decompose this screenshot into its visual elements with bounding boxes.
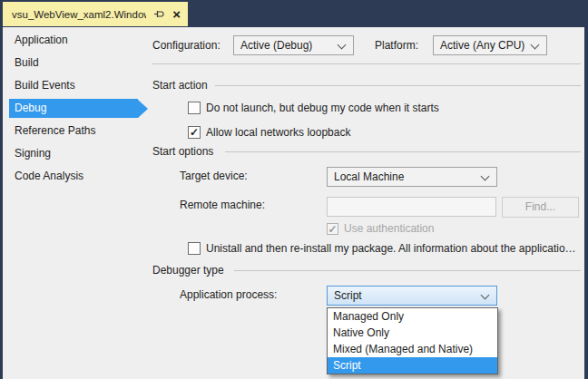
chevron-down-icon: [338, 41, 347, 50]
sidebar-item-signing[interactable]: Signing: [3, 142, 139, 165]
platform-dropdown[interactable]: Active (Any CPU): [433, 35, 547, 55]
debugger-type-group-title: Debugger type: [152, 264, 224, 277]
sidebar-item-debug[interactable]: Debug: [9, 99, 138, 118]
option-script[interactable]: Script: [328, 357, 497, 374]
close-icon[interactable]: ×: [172, 8, 181, 20]
chevron-down-icon: [531, 41, 540, 50]
option-native-only[interactable]: Native Only: [328, 325, 497, 341]
separator: [152, 63, 581, 64]
separator: [225, 151, 581, 152]
separator: [234, 270, 581, 271]
target-device-value: Local Machine: [334, 170, 404, 183]
separator: [215, 85, 581, 86]
remote-machine-input[interactable]: [327, 197, 496, 217]
pin-icon[interactable]: [153, 8, 165, 20]
application-process-label: Application process:: [180, 288, 277, 302]
configuration-dropdown[interactable]: Active (Debug): [233, 35, 354, 55]
sidebar-item-build[interactable]: Build: [3, 52, 139, 74]
uninstall-reinstall-checkbox[interactable]: [188, 242, 201, 255]
configuration-value: Active (Debug): [240, 39, 312, 52]
check-icon: ✓: [189, 127, 200, 138]
application-process-option-list: Managed Only Native Only Mixed (Managed …: [327, 307, 498, 374]
sidebar-item-application[interactable]: Application: [3, 29, 139, 52]
sidebar-item-code-analysis[interactable]: Code Analysis: [3, 165, 139, 188]
chevron-down-icon: [481, 172, 490, 181]
uninstall-reinstall-label: Unistall and then re-install my package.…: [206, 242, 580, 256]
target-device-dropdown[interactable]: Local Machine: [327, 167, 497, 187]
find-button[interactable]: Find...: [502, 197, 579, 218]
tab-title: vsu_WebView_xaml2.Windows: [12, 9, 146, 20]
platform-label: Platform:: [375, 39, 418, 53]
use-authentication-label: Use authentication: [344, 222, 434, 236]
option-managed-only[interactable]: Managed Only: [328, 308, 497, 325]
application-process-value: Script: [334, 289, 362, 302]
option-mixed[interactable]: Mixed (Managed and Native): [328, 341, 497, 357]
start-action-group-title: Start action: [152, 79, 208, 92]
loopback-checkbox[interactable]: ✓: [188, 126, 201, 139]
sidebar-item-build-events[interactable]: Build Events: [3, 74, 139, 97]
sidebar-item-reference-paths[interactable]: Reference Paths: [3, 120, 139, 142]
target-device-label: Target device:: [180, 170, 248, 183]
start-options-group-title: Start options: [152, 145, 213, 159]
chevron-down-icon: [481, 291, 490, 300]
platform-value: Active (Any CPU): [440, 39, 524, 52]
loopback-label: Allow local networks loopback: [206, 126, 350, 140]
document-tab[interactable]: vsu_WebView_xaml2.Windows ×: [3, 2, 188, 26]
remote-machine-label: Remote machine:: [180, 199, 265, 212]
use-authentication-checkbox[interactable]: ✓: [327, 223, 338, 235]
check-icon: ✓: [328, 224, 338, 235]
do-not-launch-checkbox[interactable]: [188, 102, 201, 114]
application-process-dropdown[interactable]: Script: [327, 286, 497, 306]
vs-project-properties-window: vsu_WebView_xaml2.Windows × Application …: [0, 0, 588, 379]
property-pages-sidebar: Application Build Build Events Debug Ref…: [3, 29, 139, 188]
do-not-launch-label: Do not launch, but debug my code when it…: [206, 102, 439, 115]
configuration-label: Configuration:: [152, 39, 220, 53]
